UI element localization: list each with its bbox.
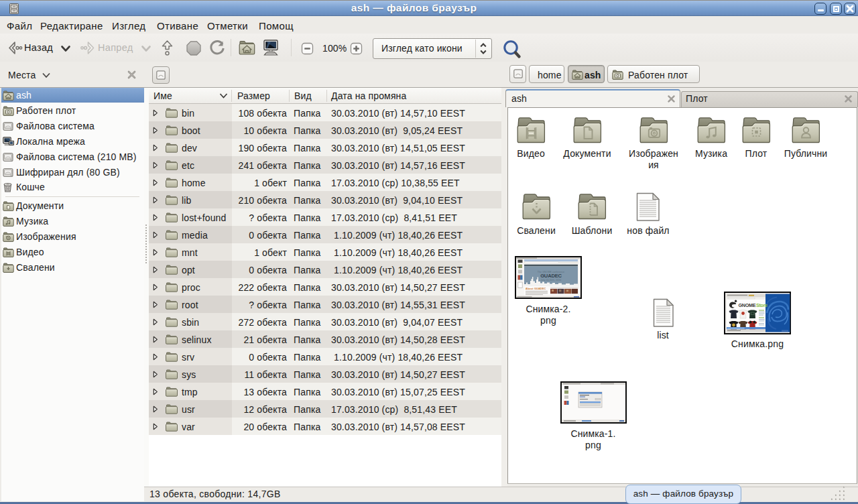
svg-text:About GUADEC: About GUADEC: [526, 288, 546, 290]
svg-text:July 24-30th, 2010: July 24-30th, 2010: [541, 279, 562, 281]
svg-text:GNOME: GNOME: [739, 302, 756, 308]
svg-text:GUADEC: GUADEC: [540, 273, 562, 279]
svg-text:Store: Store: [756, 302, 768, 308]
